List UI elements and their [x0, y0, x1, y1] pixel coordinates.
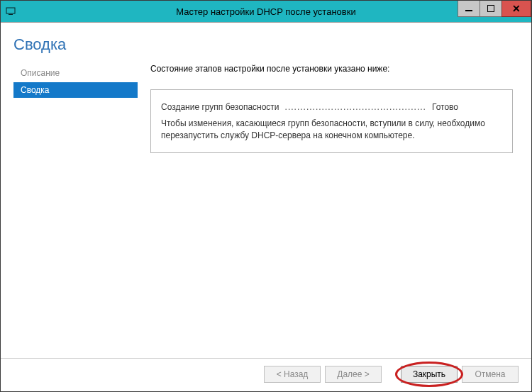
intro-text: Состояние этапов настройки после установ… — [150, 64, 519, 74]
maximize-button[interactable] — [480, 1, 502, 17]
window-close-button[interactable]: ✕ — [501, 1, 531, 17]
sidebar-item-summary[interactable]: Сводка — [13, 82, 138, 98]
wizard-window: Мастер настройки DHCP после установки ✕ … — [0, 0, 532, 392]
maximize-icon — [487, 5, 494, 12]
cancel-button: Отмена — [462, 366, 519, 383]
status-value: Готово — [432, 101, 458, 113]
sidebar-item-description[interactable]: Описание — [13, 65, 138, 81]
app-icon — [5, 6, 16, 17]
wizard-footer: < Назад Далее > Закрыть Отмена — [1, 358, 531, 391]
summary-box: Создание групп безопасности ............… — [150, 89, 513, 153]
titlebar[interactable]: Мастер настройки DHCP после установки ✕ — [1, 1, 531, 22]
window-buttons: ✕ — [458, 1, 531, 16]
button-spacer — [386, 366, 397, 383]
svg-rect-0 — [6, 8, 15, 13]
status-label: Создание групп безопасности — [161, 101, 279, 113]
close-button[interactable]: Закрыть — [401, 366, 458, 383]
status-dots: ........................................… — [285, 101, 426, 113]
status-row: Создание групп безопасности ............… — [161, 101, 502, 113]
back-button: < Назад — [264, 366, 321, 383]
close-button-highlight: Закрыть — [401, 366, 458, 383]
console-icon — [6, 6, 16, 16]
wizard-body: Сводка Описание Сводка Состояние этапов … — [1, 22, 531, 391]
page-heading: Сводка — [1, 23, 531, 61]
minimize-icon — [465, 10, 472, 11]
window-title: Мастер настройки DHCP после установки — [1, 6, 531, 17]
close-icon: ✕ — [512, 4, 521, 13]
summary-note: Чтобы изменения, касающиеся групп безопа… — [161, 118, 502, 142]
main-panel: Состояние этапов настройки после установ… — [138, 61, 519, 358]
wizard-sidebar: Описание Сводка — [13, 61, 138, 358]
next-button: Далее > — [325, 366, 382, 383]
content-area: Описание Сводка Состояние этапов настрой… — [1, 61, 531, 358]
minimize-button[interactable] — [458, 1, 480, 17]
svg-rect-1 — [9, 14, 13, 15]
